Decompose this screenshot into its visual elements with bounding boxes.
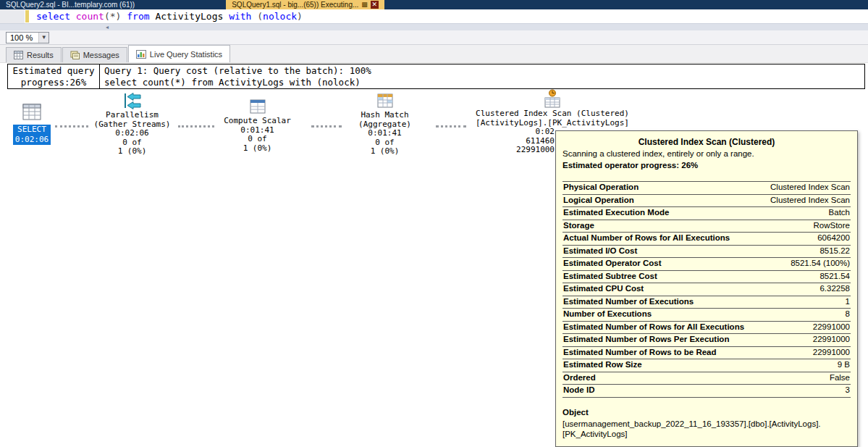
tooltip-row-value: 1 (846, 297, 850, 307)
node-title: Compute Scalar (224, 117, 291, 126)
tooltip-row-value: 8521.54 (819, 272, 850, 282)
node-progress: 0 of (248, 135, 267, 144)
node-time: 0:02:06 (115, 129, 148, 138)
results-tab-strip: Results Messages Live Query Statistics (0, 45, 868, 63)
sql-token: select (36, 11, 76, 22)
tooltip-description: Scanning a clustered index, entirely or … (562, 149, 851, 158)
node-time: 0:01:41 (368, 129, 401, 138)
tooltip-row: Estimated Number of Executions1 (562, 296, 851, 309)
tab-results[interactable]: Results (6, 47, 62, 62)
sql-token: ActivityLogs (155, 11, 229, 22)
tab-label: Messages (83, 51, 119, 59)
tooltip-row-label: Estimated CPU Cost (563, 284, 644, 294)
tab-messages[interactable]: Messages (62, 47, 127, 62)
editor-margin (0, 9, 25, 23)
tooltip-row-value: 22991000 (813, 322, 850, 333)
tooltip-row-label: Estimated Row Size (563, 360, 642, 370)
plan-node-select[interactable]: SELECT 0:02:06 (10, 104, 54, 145)
ssms-window: SQLQuery2.sql - BI...templary.com (61)) … (0, 0, 868, 447)
tooltip-row: StorageRowStore (562, 220, 851, 233)
tooltip-row-value: 22991000 (813, 348, 850, 358)
sql-token: with (229, 11, 257, 22)
tooltip-row-value: 6.32258 (819, 284, 850, 294)
plan-node-compute-scalar[interactable]: Compute Scalar 0:01:41 0 of 1 (0%) (216, 98, 299, 153)
node-total: 1 (0%) (118, 147, 147, 156)
clustered-index-scan-icon (543, 89, 562, 108)
tooltip-object-label: Object (562, 408, 851, 417)
tooltip-row: Node ID3 (562, 385, 851, 398)
tooltip-row-label: Number of Executions (563, 309, 652, 319)
tooltip-row-value: Clustered Index Scan (770, 183, 850, 193)
tooltip-row: Number of Executions8 (562, 309, 851, 322)
tab-label: SQLQuery2.sql - BI...templary.com (61)) (6, 0, 135, 9)
query-cost-text: Query 1: Query cost (relative to the bat… (104, 65, 860, 77)
tooltip-title: Clustered Index Scan (Clustered) (562, 137, 851, 147)
compute-scalar-icon (249, 98, 266, 115)
tooltip-row-label: Node ID (563, 385, 594, 396)
zoom-value: 100 % (7, 33, 38, 42)
plan-node-hash-match[interactable]: Hash Match (Aggregate) 0:01:41 0 of 1 (0… (343, 92, 426, 156)
tooltip-row-value: False (830, 373, 850, 383)
tooltip-row-value: Clustered Index Scan (770, 196, 850, 206)
sql-text[interactable]: select count(*) from ActivityLogs with (… (36, 9, 303, 23)
sql-token: from (127, 11, 155, 22)
plan-node-parallelism[interactable]: Parallelism (Gather Streams) 0:02:06 0 o… (90, 92, 174, 156)
chevron-down-icon[interactable]: ▼ (38, 33, 49, 43)
tooltip-row: Physical OperationClustered Index Scan (562, 182, 851, 195)
tooltip-row: Estimated CPU Cost6.32258 (562, 283, 851, 296)
plan-connector (55, 125, 88, 128)
tooltip-row-label: Logical Operation (563, 196, 634, 206)
tab-live-query-statistics[interactable]: Live Query Statistics (128, 45, 230, 62)
tooltip-row: Estimated Subtree Cost8521.54 (562, 271, 851, 284)
zoom-select[interactable]: 100 % ▼ (6, 32, 49, 43)
scroll-left-icon[interactable]: ◂ (106, 24, 109, 30)
live-query-statistics-icon (136, 50, 146, 59)
select-node-badge: SELECT 0:02:06 (13, 125, 51, 145)
query-cost-cell: Query 1: Query cost (relative to the bat… (100, 64, 865, 89)
plan-toolbar: 100 % ▼ (0, 30, 868, 45)
tooltip-row: Estimated Number of Rows Per Execution22… (562, 334, 851, 347)
sql-token: (*) (104, 11, 127, 22)
tooltip-row-label: Estimated Operator Cost (563, 259, 661, 269)
tooltip-row: Logical OperationClustered Index Scan (562, 195, 851, 208)
tooltip-row-label: Estimated Number of Rows to be Read (563, 348, 717, 358)
tooltip-row-label: Storage (563, 221, 594, 231)
sql-editor[interactable]: select count(*) from ActivityLogs with (… (0, 9, 868, 24)
tooltip-object-value: [usermanagement_backup_2022_11_16_193357… (562, 419, 851, 439)
messages-icon (70, 51, 80, 59)
close-icon[interactable]: ✕ (371, 1, 379, 9)
operator-tooltip: Clustered Index Scan (Clustered) Scannin… (555, 130, 858, 447)
tooltip-row-label: Estimated Number of Rows Per Execution (563, 335, 729, 345)
tooltip-row-label: Estimated Execution Mode (563, 208, 669, 218)
plan-connector (178, 125, 214, 128)
tooltip-row-label: Actual Number of Rows for All Executions (563, 233, 730, 243)
plan-connector (311, 125, 342, 128)
tab-label: Live Query Statistics (150, 50, 222, 59)
progress-line2: progress:26% (8, 77, 99, 88)
tooltip-row-label: Ordered (563, 373, 596, 383)
tooltip-row-value: 6064200 (817, 233, 850, 243)
node-title: Hash Match (361, 111, 408, 120)
sql-token: ( (257, 11, 263, 22)
node-title: Clustered Index Scan (Clustered) (476, 109, 629, 119)
pin-icon[interactable]: ▩ (361, 0, 368, 9)
tab-sqlquery2[interactable]: SQLQuery2.sql - BI...templary.com (61)) (0, 0, 140, 9)
tooltip-row-label: Estimated I/O Cost (563, 246, 637, 256)
sql-token: ) (297, 11, 303, 22)
node-title: Parallelism (106, 111, 159, 120)
node-total: 1 (0%) (371, 147, 400, 156)
tab-sqlquery1[interactable]: SQLQuery1.sql - big...(65)) Executing...… (226, 0, 384, 9)
tooltip-row-label: Estimated Number of Executions (563, 297, 694, 307)
stats-header: Estimated query progress:26% Query 1: Qu… (7, 64, 865, 89)
tab-label: SQLQuery1.sql - big...(65)) Executing... (232, 0, 358, 9)
tooltip-row-value: 8521.54 (100%) (791, 259, 850, 269)
tab-label: Results (27, 51, 54, 59)
estimated-progress-cell: Estimated query progress:26% (7, 64, 100, 89)
tooltip-row-value: 9 B (838, 360, 850, 370)
tooltip-row-value: 22991000 (813, 335, 850, 345)
tooltip-row: Estimated Number of Rows for All Executi… (562, 322, 851, 335)
tooltip-row: OrderedFalse (562, 372, 851, 385)
tooltip-progress: Estimated operator progress: 26% (562, 161, 851, 170)
query-statement-text: select count(*) from ActivityLogs with (… (104, 77, 860, 88)
document-tab-bar: SQLQuery2.sql - BI...templary.com (61)) … (0, 0, 868, 9)
